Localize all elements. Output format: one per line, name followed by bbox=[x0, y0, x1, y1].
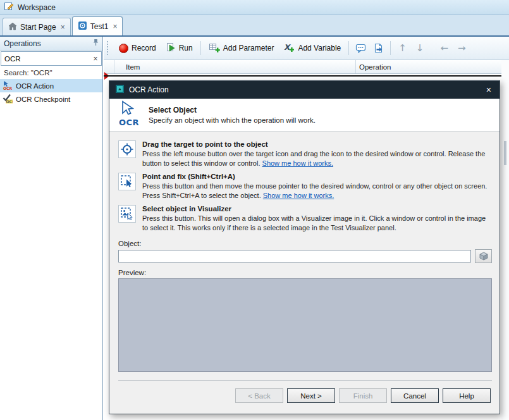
ocr-checkpoint-icon: OCR bbox=[3, 94, 13, 105]
search-input[interactable] bbox=[1, 55, 90, 63]
object-row bbox=[118, 249, 492, 263]
vertical-scrollbar[interactable] bbox=[501, 60, 509, 420]
window-title: Workspace bbox=[18, 3, 56, 12]
show-me-how-link[interactable]: Show me how it works. bbox=[263, 192, 334, 199]
toolbar-separator bbox=[200, 41, 201, 55]
option-point-and-fix: Point and fix (Shift+Ctrl+A) Press this … bbox=[118, 173, 492, 200]
scrollbar-thumb[interactable] bbox=[504, 141, 506, 165]
sidebar-item-ocr-action[interactable]: OCR OCR Action bbox=[0, 79, 102, 92]
ocr-action-dialog: OCR Action × OCR Select Object Specify a… bbox=[109, 80, 500, 414]
workspace-icon bbox=[4, 1, 14, 13]
help-button[interactable]: Help bbox=[443, 388, 491, 403]
visualizer-icon[interactable] bbox=[118, 205, 136, 223]
option-select-in-visualizer: Select object in Visualizer Press this b… bbox=[118, 205, 492, 232]
add-parameter-button[interactable]: Add Parameter bbox=[205, 40, 278, 56]
option-drag-target: Drag the target to point to the object P… bbox=[118, 140, 492, 168]
dialog-buttons: < Back Next > Finish Cancel Help bbox=[116, 381, 493, 403]
close-icon[interactable]: × bbox=[61, 23, 65, 32]
svg-text:X: X bbox=[284, 43, 291, 52]
object-input[interactable] bbox=[118, 250, 471, 262]
item-label: OCR Action bbox=[16, 82, 54, 90]
point-and-fix-icon[interactable] bbox=[118, 173, 136, 190]
test-icon bbox=[78, 21, 87, 32]
svg-text:OCR: OCR bbox=[119, 118, 139, 127]
toolbar-separator bbox=[390, 41, 391, 55]
next-button[interactable]: Next > bbox=[287, 388, 335, 403]
run-button[interactable]: Run bbox=[162, 40, 197, 56]
test-grid-header: Item Operation bbox=[104, 60, 501, 74]
tab-label: Test1 bbox=[90, 22, 109, 31]
indent-icon[interactable]: → bbox=[454, 42, 470, 54]
dialog-icon bbox=[115, 84, 125, 96]
toolbar-separator bbox=[348, 41, 349, 55]
option-description: Press the left mouse button over the tar… bbox=[142, 149, 491, 168]
dialog-titlebar[interactable]: OCR Action × bbox=[109, 81, 500, 99]
close-icon[interactable]: × bbox=[484, 85, 494, 95]
item-label: OCR Checkpoint bbox=[16, 96, 70, 103]
operations-panel-header: Operations bbox=[0, 37, 102, 51]
operations-panel: Operations × Search: "OCR" OCR OCR Actio… bbox=[0, 37, 103, 420]
pin-icon[interactable] bbox=[92, 39, 99, 48]
show-me-how-link[interactable]: Show me how it works. bbox=[262, 159, 333, 167]
comment-icon[interactable] bbox=[353, 41, 369, 55]
wizard-page-subtitle: Specify an object with which the operati… bbox=[149, 116, 316, 124]
object-label: Object: bbox=[118, 240, 493, 247]
dialog-title: OCR Action bbox=[129, 85, 479, 94]
target-icon[interactable] bbox=[118, 140, 136, 158]
clear-search-icon[interactable]: × bbox=[90, 54, 101, 63]
preview-label: Preview: bbox=[118, 269, 493, 276]
option-title: Drag the target to point to the object bbox=[142, 140, 491, 148]
svg-text:OCR: OCR bbox=[3, 86, 13, 90]
svg-text:OCR: OCR bbox=[6, 99, 13, 104]
option-description: Press this button and then move the mous… bbox=[142, 182, 491, 200]
move-down-icon[interactable]: ↓ bbox=[412, 42, 428, 54]
run-icon bbox=[166, 42, 176, 54]
editor-toolbar: Record Run Add Parameter X Add Variable … bbox=[104, 37, 509, 60]
column-header-item[interactable]: Item bbox=[114, 60, 356, 73]
toolbar-drag-handle[interactable] bbox=[107, 41, 110, 55]
sidebar-item-ocr-checkpoint[interactable]: OCR OCR Checkpoint bbox=[0, 92, 102, 106]
tab-test1[interactable]: Test1 × bbox=[72, 16, 123, 35]
insert-position-line bbox=[104, 75, 509, 77]
row-indicator-column bbox=[104, 60, 114, 73]
record-button[interactable]: Record bbox=[115, 42, 160, 55]
preview-area bbox=[118, 278, 492, 372]
dialog-intro: OCR Select Object Specify an object with… bbox=[109, 99, 500, 132]
back-button[interactable]: < Back bbox=[235, 388, 283, 403]
search-caption: Search: "OCR" bbox=[0, 66, 102, 79]
close-icon[interactable]: × bbox=[113, 22, 117, 31]
record-icon bbox=[119, 44, 128, 53]
cube-icon bbox=[479, 252, 488, 261]
window-titlebar: Workspace bbox=[0, 0, 509, 15]
finish-button[interactable]: Finish bbox=[339, 388, 387, 403]
wizard-page-title: Select Object bbox=[149, 106, 316, 114]
tab-bar: Start Page × Test1 × bbox=[0, 15, 509, 37]
move-up-icon[interactable]: ↑ bbox=[395, 42, 410, 54]
panel-title: Operations bbox=[4, 39, 92, 48]
tab-start-page[interactable]: Start Page × bbox=[3, 18, 71, 35]
option-description: Press this button. This will open a dial… bbox=[142, 214, 491, 232]
ocr-logo-icon: OCR bbox=[117, 101, 141, 129]
outdent-icon[interactable]: ← bbox=[436, 42, 452, 54]
add-parameter-icon bbox=[209, 42, 220, 54]
add-variable-icon: X bbox=[283, 42, 295, 54]
home-icon bbox=[8, 22, 17, 32]
object-picker-button[interactable] bbox=[475, 249, 492, 263]
export-document-icon[interactable] bbox=[371, 41, 386, 55]
dialog-body: Drag the target to point to the object P… bbox=[109, 132, 500, 414]
add-variable-button[interactable]: X Add Variable bbox=[279, 40, 345, 56]
cancel-button[interactable]: Cancel bbox=[391, 388, 439, 403]
option-title: Select object in Visualizer bbox=[142, 205, 491, 213]
operations-search: × bbox=[1, 51, 102, 66]
option-title: Point and fix (Shift+Ctrl+A) bbox=[142, 173, 491, 180]
tab-label: Start Page bbox=[20, 23, 56, 32]
ocr-action-icon: OCR bbox=[3, 80, 13, 92]
column-header-operation[interactable]: Operation bbox=[356, 60, 501, 73]
